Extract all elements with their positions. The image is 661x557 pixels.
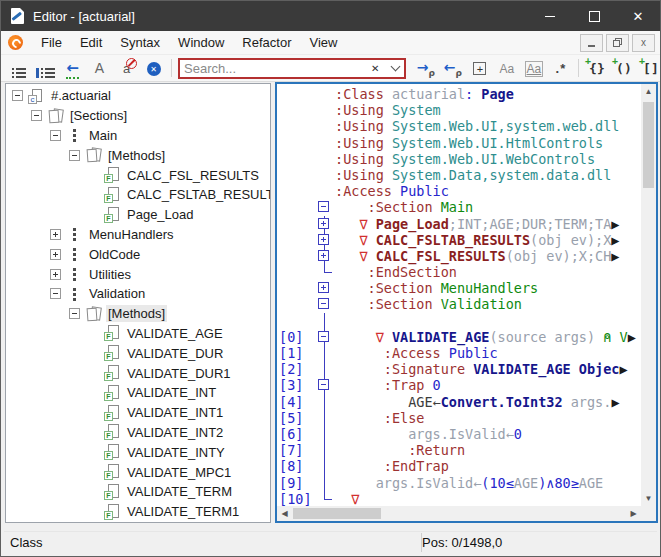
fold-collapse-icon[interactable] (318, 298, 329, 309)
tree-item-validate-int1[interactable]: VALIDATE_INT1 (6, 403, 270, 423)
vertical-scroll-thumb[interactable] (643, 102, 654, 188)
brackets-plus-button[interactable]: +[] (637, 57, 661, 79)
match-case-button[interactable]: Aa (493, 57, 520, 79)
tree-expand-icon[interactable] (50, 249, 61, 260)
fold-expand-icon[interactable] (318, 218, 329, 229)
tree-item-validate-age[interactable]: VALIDATE_AGE (6, 324, 270, 344)
code-line[interactable]: [10] ∇ (277, 491, 641, 506)
tree-item-methods[interactable]: [Methods] (6, 304, 270, 324)
search-next-button[interactable]: →ρ (412, 57, 439, 79)
tree-item-utilities[interactable]: Utilities (6, 264, 270, 284)
fold-collapse-icon[interactable] (318, 379, 329, 390)
letter-a-disabled-button[interactable]: a (113, 57, 140, 79)
code-line[interactable]: :Section Main (277, 199, 641, 215)
tree-collapse-icon[interactable] (31, 110, 42, 121)
fold-collapse-icon[interactable] (318, 201, 329, 212)
tree-item-main[interactable]: Main (6, 126, 270, 146)
maximize-button[interactable] (572, 1, 616, 31)
code-line[interactable]: [9] args.IsValid←(10≤AGE)∧80≥AGE (277, 475, 641, 491)
search-dropdown-button[interactable] (386, 66, 404, 70)
fold-expand-icon[interactable] (318, 234, 329, 245)
dyalog-logo-icon[interactable] (8, 35, 23, 50)
blue-circle-x-button[interactable]: ✕ (140, 57, 167, 79)
numbered-list-blue-button[interactable] (32, 57, 59, 79)
tree-item-validate-mpc1[interactable]: VALIDATE_MPC1 (6, 462, 270, 482)
horizontal-scroll-thumb[interactable] (293, 508, 381, 519)
fold-expand-icon[interactable] (318, 250, 329, 261)
back-arrow-green-button[interactable]: ← (59, 57, 86, 79)
boxed-plus-button[interactable]: + (466, 57, 493, 79)
code-line[interactable]: [4] AGE←Convert.ToInt32 args.▶ (277, 394, 641, 410)
tree-item-validate-term1[interactable]: VALIDATE_TERM1 (6, 502, 270, 522)
code-line[interactable]: :Using System.Web.UI.WebControls (277, 151, 641, 167)
tree-item-oldcode[interactable]: OldCode (6, 244, 270, 264)
tree-item-validate-dur[interactable]: VALIDATE_DUR (6, 343, 270, 363)
code-line[interactable]: ∇ CALC_FSLTAB_RESULTS(obj ev);X▶ (277, 232, 641, 248)
braces-plus-button[interactable]: +{} (583, 57, 610, 79)
tree-expand-icon[interactable] (50, 229, 61, 240)
close-button[interactable]: ✕ (616, 1, 660, 31)
tree-collapse-icon[interactable] (12, 90, 23, 101)
code-line[interactable]: :Class actuarial: Page (277, 86, 641, 102)
numbered-list-button[interactable] (5, 57, 32, 79)
menu-item-refactor[interactable]: Refactor (233, 31, 300, 54)
code-line[interactable]: :Using System.Data,system.data.dll (277, 167, 641, 183)
code-line[interactable]: :Access Public (277, 183, 641, 199)
tree-item-actuarial[interactable]: #.actuarial (6, 86, 270, 106)
mdi-restore-button[interactable] (606, 34, 629, 52)
parens-plus-button[interactable]: +() (610, 57, 637, 79)
tree-collapse-icon[interactable] (69, 308, 80, 319)
search-clear-icon[interactable]: ✕ (364, 63, 386, 74)
tree-item-calc-fsl-results[interactable]: CALC_FSL_RESULTS (6, 165, 270, 185)
code-editor-pane[interactable]: :Class actuarial: Page:Using System:Usin… (275, 82, 658, 523)
menu-item-syntax[interactable]: Syntax (111, 31, 169, 54)
code-line[interactable]: [1] :Access Public (277, 345, 641, 361)
scroll-down-icon[interactable]: ▼ (641, 491, 656, 506)
code-line[interactable]: :Section Validation (277, 296, 641, 312)
code-line[interactable]: :EndSection (277, 264, 641, 280)
menu-item-edit[interactable]: Edit (71, 31, 111, 54)
search-prev-button[interactable]: ←ρ (439, 57, 466, 79)
tree-item-validate-term[interactable]: VALIDATE_TERM (6, 482, 270, 502)
code-line[interactable]: :Using System (277, 102, 641, 118)
code-line[interactable]: [7] :Return (277, 442, 641, 458)
code-line[interactable] (277, 313, 641, 329)
tree-item-menuhandlers[interactable]: MenuHandlers (6, 225, 270, 245)
scroll-up-icon[interactable]: ▲ (641, 84, 656, 99)
scroll-right-icon[interactable]: ▶ (626, 506, 641, 521)
tree-collapse-icon[interactable] (50, 130, 61, 141)
mdi-minimize-button[interactable] (580, 34, 603, 52)
fold-collapse-icon[interactable] (318, 331, 329, 342)
tree-item-methods[interactable]: [Methods] (6, 145, 270, 165)
code-line[interactable]: :Section MenuHandlers (277, 280, 641, 296)
code-line[interactable]: [6] args.IsValid←0 (277, 426, 641, 442)
search-input[interactable] (180, 61, 364, 76)
tree-item-calc-fsltab-results[interactable]: CALC_FSLTAB_RESULTS (6, 185, 270, 205)
tree-collapse-icon[interactable] (50, 288, 61, 299)
menu-item-view[interactable]: View (301, 31, 347, 54)
fold-expand-icon[interactable] (318, 282, 329, 293)
code-line[interactable]: ∇ Page_Load;INT;AGE;DUR;TERM;TA▶ (277, 216, 641, 232)
tree-item-validate-int[interactable]: VALIDATE_INT (6, 383, 270, 403)
tree-item-validate-dur1[interactable]: VALIDATE_DUR1 (6, 363, 270, 383)
code-line[interactable]: [8] :EndTrap (277, 458, 641, 474)
code-line[interactable]: [5] :Else (277, 410, 641, 426)
tree-item-page-load[interactable]: Page_Load (6, 205, 270, 225)
match-whole-word-button[interactable]: Aa (520, 57, 547, 79)
letter-A-button[interactable]: A (86, 57, 113, 79)
mdi-close-button[interactable]: x (632, 34, 655, 52)
code-line[interactable]: ∇ CALC_FSL_RESULTS(obj ev);X;CH▶ (277, 248, 641, 264)
menu-item-window[interactable]: Window (169, 31, 233, 54)
code-line[interactable]: [0] ∇ VALIDATE_AGE(source args) ⍝ V▶ (277, 329, 641, 345)
code-line[interactable]: :Using System.Web.UI,system.web.dll (277, 118, 641, 134)
code-line[interactable]: [3] :Trap 0 (277, 377, 641, 393)
code-line[interactable]: :Using System.Web.UI.HtmlControls (277, 135, 641, 151)
regex-button[interactable]: .* (547, 57, 574, 79)
tree-item-sections[interactable]: [Sections] (6, 106, 270, 126)
minimize-button[interactable] (528, 1, 572, 31)
menu-item-file[interactable]: File (32, 31, 71, 54)
vertical-scrollbar[interactable]: ▲ ▼ (641, 84, 656, 506)
tree-item-validate-inty[interactable]: VALIDATE_INTY (6, 442, 270, 462)
scroll-left-icon[interactable]: ◀ (277, 506, 292, 521)
tree-item-validation[interactable]: Validation (6, 284, 270, 304)
